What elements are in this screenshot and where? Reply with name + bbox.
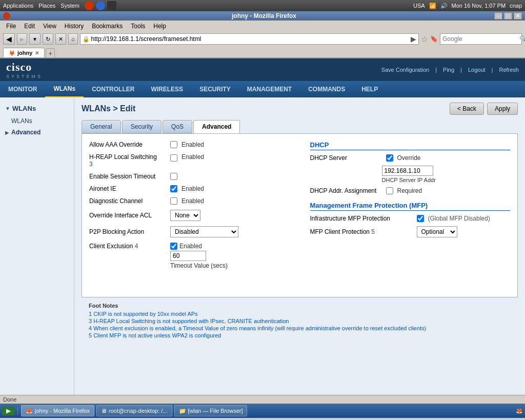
nav-bar: ◀ ▶ ▼ ↻ ✕ ⌂ 🔒 ▶ ☆ 🔖 🔍	[0, 32, 525, 46]
field-session-timeout: Enable Session Timeout	[89, 173, 290, 180]
nav-controller[interactable]: CONTROLLER	[84, 82, 143, 97]
allow-aaa-checkbox[interactable]	[170, 141, 177, 148]
save-config-link[interactable]: Save Configuration	[381, 67, 430, 73]
hreap-label: H-REAP Local Switching 3	[89, 153, 166, 168]
system-menu[interactable]: System	[60, 3, 79, 9]
mfp-client-footnote[interactable]: 5	[371, 228, 375, 235]
volume-icon: 🔊	[440, 3, 448, 9]
nav-security[interactable]: SECURITY	[191, 82, 239, 97]
ping-link[interactable]: Ping	[443, 67, 454, 73]
location-label: USA	[413, 3, 425, 9]
session-timeout-checkbox[interactable]	[170, 173, 177, 180]
search-input[interactable]	[442, 35, 519, 43]
app-icons	[85, 1, 116, 10]
menu-file[interactable]: File	[3, 22, 19, 31]
taskbar-item-files[interactable]: 📁 [wlan — File Browser]	[174, 405, 248, 416]
search-icon[interactable]: 🔍	[519, 35, 525, 43]
menu-history[interactable]: History	[62, 22, 87, 31]
form-columns: Allow AAA Override Enabled H-REAP Local …	[89, 141, 510, 274]
dhcp-ip-input[interactable]	[382, 166, 433, 176]
maximize-button[interactable]: □	[504, 12, 512, 19]
nav-wlans[interactable]: WLANs	[45, 81, 84, 97]
taskbar-item-firefox[interactable]: 🦊 johny - Mozilla Firefox	[21, 405, 94, 416]
back-button[interactable]: ◀	[3, 33, 15, 45]
client-exclusion-checkbox[interactable]	[170, 243, 177, 250]
applications-menu[interactable]: Applications	[3, 3, 33, 9]
mfp-infra-checkbox[interactable]	[417, 215, 424, 222]
menu-bar: File Edit View History Bookmarks Tools H…	[0, 21, 525, 32]
file-browser-icon: 📁	[179, 408, 186, 414]
bookmark-icon[interactable]: 🔖	[430, 35, 438, 43]
client-exclusion-footnote[interactable]: 4	[135, 243, 138, 250]
menu-tools[interactable]: Tools	[128, 22, 148, 31]
window-controls[interactable]: ─ □ ✕	[494, 12, 522, 19]
logout-link[interactable]: Logout	[468, 67, 486, 73]
dhcp-required-checkbox[interactable]	[386, 187, 393, 194]
tab-security[interactable]: Security	[122, 120, 161, 133]
mfp-client-label: MFP Client Protection 5	[310, 228, 413, 235]
terminal-icon: 🖥	[101, 408, 107, 414]
nav-commands[interactable]: COMMANDS	[300, 82, 353, 97]
taskbar-separator-1	[17, 407, 18, 415]
sidebar-item-advanced[interactable]: Advanced	[11, 129, 41, 136]
sidebar-advanced-arrow: ▶	[5, 130, 9, 135]
dhcp-override-text: Override	[397, 154, 421, 162]
tab-qos[interactable]: QoS	[163, 120, 192, 133]
dhcp-override-checkbox[interactable]	[386, 154, 393, 162]
nav-management[interactable]: MANAGEMENT	[239, 82, 300, 97]
hreap-checkbox[interactable]	[170, 154, 177, 162]
client-exclusion-timeout-input[interactable]	[170, 251, 206, 261]
nav-monitor[interactable]: MONITOR	[0, 82, 45, 97]
status-text: Done	[3, 396, 16, 403]
field-aironet-ie: Aironet IE Enabled	[89, 185, 290, 192]
refresh-link[interactable]: Refresh	[499, 67, 519, 73]
aironet-ie-checkbox[interactable]	[170, 185, 177, 192]
dhcp-server-label: DHCP Server	[310, 154, 382, 162]
p2p-blocking-select[interactable]: Disabled Drop Forward-UpStream	[170, 226, 238, 237]
address-input[interactable]	[91, 35, 411, 43]
sidebar-arrow-icon: ▼	[5, 106, 10, 111]
apply-button[interactable]: Apply	[487, 103, 518, 115]
go-icon[interactable]: ▶	[411, 35, 416, 43]
tab-advanced[interactable]: Advanced	[193, 120, 240, 133]
page-title: WLANs > Edit	[82, 104, 135, 113]
hreap-footnote-link[interactable]: 3	[89, 161, 93, 168]
field-client-exclusion: Client Exclusion 4 Enabled Timeout Value…	[89, 243, 290, 269]
reload-button[interactable]: ↻	[43, 33, 53, 45]
menu-view[interactable]: View	[40, 22, 59, 31]
diagnostic-channel-checkbox[interactable]	[170, 197, 177, 205]
override-acl-select[interactable]: None	[170, 210, 200, 221]
menu-bookmarks[interactable]: Bookmarks	[89, 22, 126, 31]
stop-button[interactable]: ✕	[55, 33, 66, 45]
sidebar-item-wlans[interactable]: WLANs	[0, 115, 74, 127]
datetime-label: Mon 16 Nov, 1:07 PM	[452, 3, 506, 9]
tab-general[interactable]: General	[82, 120, 121, 133]
home-button[interactable]: ⌂	[68, 33, 78, 45]
mfp-client-select[interactable]: Optional Required Disabled	[417, 226, 457, 237]
taskbar-item-terminal[interactable]: 🖥 root@cnap-desktop: /...	[96, 405, 172, 416]
menu-help[interactable]: Help	[150, 22, 169, 31]
aironet-ie-label: Aironet IE	[89, 185, 166, 192]
mfp-infra-row: Infrastructure MFP Protection (Global MF…	[310, 215, 511, 222]
dhcp-ip-sublabel: DHCP Server IP Addr	[382, 177, 436, 183]
forward-button[interactable]: ▶	[17, 33, 27, 45]
sidebar: ▼ WLANs WLANs ▶ Advanced	[0, 97, 74, 395]
browser-tab-johny[interactable]: 🦊 johny ✕	[3, 48, 45, 57]
nav-wireless[interactable]: WIRELESS	[143, 82, 191, 97]
new-tab-button[interactable]: +	[46, 48, 55, 57]
bookmark-star-icon[interactable]: ☆	[421, 34, 428, 44]
dropdown-button[interactable]: ▼	[29, 33, 41, 45]
start-button[interactable]: ▶	[2, 407, 14, 415]
session-timeout-label: Enable Session Timeout	[89, 173, 166, 180]
tab-close-icon[interactable]: ✕	[35, 50, 39, 56]
taskbar-terminal-label: root@cnap-desktop: /...	[109, 408, 168, 414]
sidebar-section-wlans[interactable]: ▼ WLANs	[0, 102, 74, 115]
tab-nav: General Security QoS Advanced	[82, 120, 518, 133]
mfp-infra-label: Infrastructure MFP Protection	[310, 215, 413, 222]
menu-edit[interactable]: Edit	[21, 22, 38, 31]
nav-help[interactable]: HELP	[353, 82, 386, 97]
back-button[interactable]: < Back	[450, 103, 484, 115]
close-button[interactable]: ✕	[514, 12, 522, 19]
minimize-button[interactable]: ─	[494, 12, 502, 19]
places-menu[interactable]: Places	[38, 3, 55, 9]
